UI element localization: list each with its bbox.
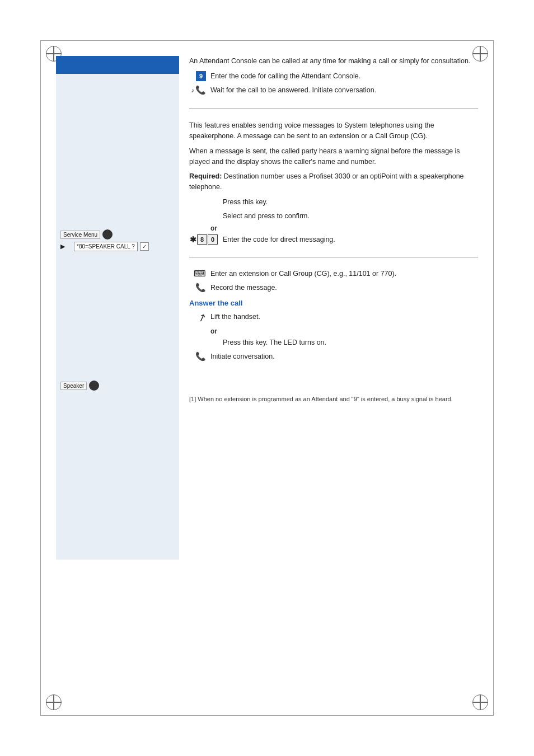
required-text: Destination number uses a Profiset 3030 … [189, 172, 464, 191]
step-code-keys: ✱ 8 0 Enter the code for direct messagin… [189, 234, 478, 248]
speaker-row: Speaker [60, 381, 175, 391]
two-column-layout: Service Menu ▶ *80=SPEAKER CALL ? ✓ Spea… [56, 56, 478, 560]
step-initiate-icon: 📞 [189, 351, 210, 361]
attendant-intro: An Attendant Console can be called at an… [189, 56, 478, 67]
or-divider-1: or [210, 224, 478, 232]
footnote-number: [1] [189, 396, 196, 402]
badge-9: 9 [196, 71, 206, 81]
service-menu-button[interactable] [102, 229, 113, 240]
or-divider-2: or [210, 327, 478, 335]
left-service-menu-area: Service Menu ▶ *80=SPEAKER CALL ? ✓ [56, 229, 179, 253]
section-divider-1 [189, 109, 478, 109]
step-phone-record-icon: 📞 [189, 283, 210, 293]
step-lift-text: Lift the handset. [210, 312, 478, 322]
key-8: 8 [197, 234, 207, 245]
speaker-button[interactable] [89, 381, 99, 391]
step-speaker-text: Press this key. The LED turns on. [223, 337, 478, 348]
star-key: ✱ [190, 235, 196, 244]
service-menu-row: Service Menu [60, 229, 175, 240]
step-record: 📞 Record the message. [189, 283, 478, 293]
section-answer-call: ⌨ Enter an extension or Call Group (CG),… [189, 266, 478, 361]
speaker-msg-required: Required: Destination number uses a Prof… [189, 171, 478, 192]
step-service-menu-text: Press this key. [223, 197, 478, 208]
speaker-label: Speaker [60, 382, 87, 390]
step-code-icon: ✱ 8 0 [189, 234, 223, 248]
section-attendant-console: An Attendant Console can be called at an… [189, 56, 478, 95]
step-speaker-key: Press this key. The LED turns on. [189, 337, 478, 348]
step-enter-code: 9 Enter the code for calling the Attenda… [189, 71, 478, 82]
key-0: 0 [208, 234, 218, 245]
step-enter-extension: ⌨ Enter an extension or Call Group (CG),… [189, 269, 478, 279]
step-icon-num9: 9 [189, 71, 210, 81]
step-icon-phone-ring: ♪ 📞 [189, 85, 210, 95]
step-service-menu: Press this key. [189, 197, 478, 208]
step-select-confirm: Select and press to confirm. [189, 211, 478, 222]
service-menu-label: Service Menu [60, 231, 100, 239]
step-record-text: Record the message. [210, 283, 478, 293]
section-divider-2 [189, 257, 478, 257]
required-label: Required: [189, 172, 222, 180]
step-keypad-icon: ⌨ [189, 269, 210, 279]
speaker-call-menu-item[interactable]: *80=SPEAKER CALL ? [74, 242, 138, 251]
check-button[interactable]: ✓ [140, 242, 149, 251]
step-enter-code-text: Enter the code for calling the Attendant… [210, 71, 478, 82]
step-select-text: Select and press to confirm. [223, 211, 478, 222]
step-extension-text: Enter an extension or Call Group (CG), e… [210, 269, 478, 279]
step-wait-answer: ♪ 📞 Wait for the call to be answered. In… [189, 85, 478, 96]
step-code-text: Enter the code for direct messaging. [223, 234, 478, 245]
footnote-text: [1] When no extension is programmed as a… [189, 395, 478, 403]
step-wait-text: Wait for the call to be answered. Initia… [210, 85, 478, 96]
speaker-call-row: ▶ *80=SPEAKER CALL ? ✓ [60, 242, 175, 251]
footnote-area: [1] When no extension is programmed as a… [189, 395, 478, 403]
right-column: An Attendant Console can be called at an… [179, 56, 478, 560]
left-speaker-area: Speaker [56, 381, 179, 393]
section-speaker-messaging: This features enables sending voice mess… [189, 118, 478, 248]
footnote-content: When no extension is programmed as an At… [198, 396, 452, 402]
speaker-msg-para1: This features enables sending voice mess… [189, 120, 478, 142]
page-content: Service Menu ▶ *80=SPEAKER CALL ? ✓ Spea… [56, 56, 478, 700]
arrow-icon: ▶ [60, 243, 65, 250]
answer-heading: Answer the call [189, 299, 478, 307]
left-column: Service Menu ▶ *80=SPEAKER CALL ? ✓ Spea… [56, 56, 179, 560]
speaker-msg-para2: When a message is sent, the called party… [189, 146, 478, 167]
step-initiate-text: Initiate conversation. [210, 351, 478, 362]
blue-header-bar [56, 56, 179, 74]
step-lift-icon: ↗ [189, 312, 210, 324]
step-initiate: 📞 Initiate conversation. [189, 351, 478, 362]
step-lift-handset: ↗ Lift the handset. [189, 312, 478, 324]
